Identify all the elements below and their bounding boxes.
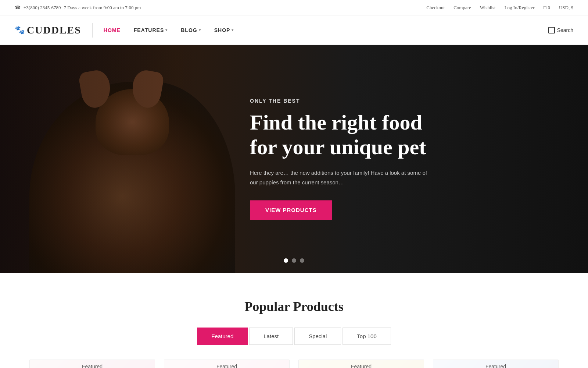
nav-divider (92, 23, 93, 38)
dot-1[interactable] (284, 258, 288, 263)
product-badge-2: Featured (164, 360, 289, 368)
products-grid: Featured Featured Featured (15, 360, 573, 368)
product-badge-3: Featured (299, 360, 424, 368)
blog-arrow: ▾ (199, 28, 201, 32)
cart-icon: □ (544, 5, 546, 11)
header: 🐾 Cuddles HOME FEATURES ▾ BLOG ▾ SHOP ▾ … (0, 15, 588, 45)
login-link[interactable]: Log In/Register (505, 5, 535, 11)
shop-arrow: ▾ (232, 28, 234, 32)
popular-products-section: Popular Products Featured Latest Special… (0, 273, 588, 368)
product-card-3: Featured (298, 360, 424, 368)
nav-blog[interactable]: BLOG ▾ (181, 27, 201, 33)
checkout-link[interactable]: Checkout (426, 5, 445, 11)
view-products-button[interactable]: View Products (250, 201, 332, 220)
currency-selector[interactable]: USD, $ (559, 5, 573, 11)
nav-features[interactable]: FEATURES ▾ (134, 27, 168, 33)
dot-2[interactable] (292, 258, 296, 263)
wishlist-link[interactable]: Wishlist (480, 5, 496, 11)
top-bar: ☎ +3(800) 2345-6789 7 Days a week from 9… (0, 0, 588, 15)
product-card-2: Featured (164, 360, 290, 368)
search-icon (548, 27, 555, 33)
phone-number: +3(800) 2345-6789 (24, 5, 61, 11)
search-button[interactable]: Search (548, 27, 573, 33)
product-card-4: Featured (433, 360, 559, 368)
hours-text: 7 Days a week from 9:00 am to 7:00 pm (64, 5, 141, 11)
hero-description: Here they are… the new additions to your… (250, 169, 434, 187)
logo-text: Cuddles (27, 24, 81, 36)
product-badge-1: Featured (30, 360, 155, 368)
features-arrow: ▾ (165, 28, 168, 32)
tab-special[interactable]: Special (294, 328, 341, 345)
logo-paw-icon: 🐾 (15, 25, 25, 35)
tab-latest[interactable]: Latest (249, 328, 293, 345)
section-title: Popular Products (15, 299, 573, 314)
top-bar-contact: ☎ +3(800) 2345-6789 7 Days a week from 9… (15, 5, 141, 11)
hero-title: Find the right food for your unique pet (250, 110, 434, 159)
top-bar-actions: Checkout Compare Wishlist Log In/Registe… (426, 5, 573, 11)
product-badge-4: Featured (433, 360, 558, 368)
cart-count: 0 (548, 5, 550, 11)
cart-icon-area[interactable]: □ 0 (544, 5, 550, 11)
phone-icon: ☎ (15, 5, 21, 11)
product-tabs: Featured Latest Special Top 100 (15, 328, 573, 345)
hero-dog-area (0, 45, 257, 273)
hero-content: ONLY THE BEST Find the right food for yo… (250, 98, 434, 220)
hero-dots (284, 258, 304, 263)
tab-top100[interactable]: Top 100 (343, 328, 391, 345)
nav-shop[interactable]: SHOP ▾ (214, 27, 234, 33)
main-nav: HOME FEATURES ▾ BLOG ▾ SHOP ▾ (104, 27, 548, 33)
product-card-1: Featured (29, 360, 155, 368)
dot-3[interactable] (300, 258, 304, 263)
nav-home[interactable]: HOME (104, 27, 121, 33)
hero-subtitle: ONLY THE BEST (250, 98, 434, 104)
search-label: Search (557, 27, 573, 33)
hero-section: ONLY THE BEST Find the right food for yo… (0, 45, 588, 273)
dog-shadow (0, 45, 257, 273)
logo[interactable]: 🐾 Cuddles (15, 24, 81, 36)
tab-featured[interactable]: Featured (197, 328, 248, 345)
compare-link[interactable]: Compare (453, 5, 471, 11)
